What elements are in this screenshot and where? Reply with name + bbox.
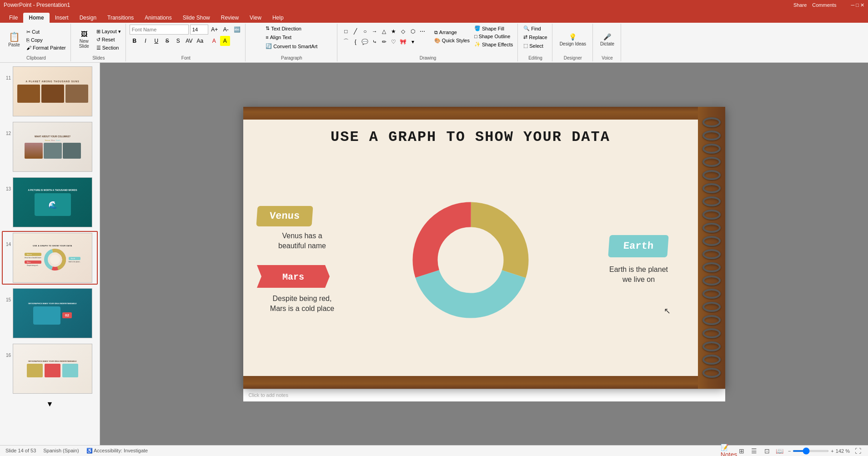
design-ideas-icon: 💡: [569, 33, 577, 40]
tab-design[interactable]: Design: [74, 13, 102, 23]
paste-button[interactable]: 📋 Paste: [5, 30, 24, 49]
new-slide-button[interactable]: 🖼 NewSlide: [75, 29, 94, 50]
strikethrough-button[interactable]: S: [162, 36, 172, 46]
arrange-icon: ⧉: [434, 30, 438, 35]
fit-slide-button[interactable]: ⛶: [853, 446, 863, 456]
venus-section: Venus Venus has abeautiful name: [257, 206, 348, 251]
shape-hexagon[interactable]: ⬡: [408, 26, 418, 36]
replace-button[interactable]: ⇄ Replace: [522, 33, 549, 41]
font-size-btn2[interactable]: Aa: [195, 36, 205, 46]
increase-font-button[interactable]: A+: [210, 25, 220, 35]
view-normal-button[interactable]: ⊞: [737, 446, 746, 456]
shadow-button[interactable]: S: [173, 36, 183, 46]
shape-triangle[interactable]: △: [379, 26, 389, 36]
shape-outline-button[interactable]: □ Shape Outline: [472, 33, 515, 40]
design-ideas-label: Design Ideas: [560, 41, 586, 46]
tab-help[interactable]: Help: [267, 13, 289, 23]
char-spacing-button[interactable]: AV: [184, 36, 194, 46]
select-button[interactable]: ⬚ Select: [522, 42, 545, 50]
slide-title[interactable]: USE A GRAPH TO SHOW YOUR DATA: [257, 129, 684, 145]
find-button[interactable]: 🔍 Find: [522, 25, 542, 32]
font-color-button[interactable]: A: [209, 36, 219, 46]
slide-num-12: 12: [4, 131, 11, 136]
slide-thumb-16[interactable]: 16 INFOGRAPHICS MAKE YOUR IDEA UNDERSTAN…: [2, 342, 98, 396]
shape-heart[interactable]: ♡: [389, 37, 399, 47]
italic-button[interactable]: I: [140, 36, 151, 46]
shape-star[interactable]: ★: [389, 26, 399, 36]
shape-rect[interactable]: □: [341, 26, 351, 36]
slide-thumb-11[interactable]: 11 A PLANET AMONG THOUSAND SUNS: [2, 65, 98, 118]
cut-button[interactable]: ✂ Cut: [25, 28, 68, 36]
shape-circle[interactable]: ○: [360, 26, 370, 36]
format-painter-button[interactable]: 🖌 Format Painter: [25, 44, 68, 51]
view-reading-button[interactable]: 📖: [775, 446, 784, 456]
section-icon: ☰: [96, 45, 101, 51]
scroll-down-button[interactable]: ▼: [45, 399, 55, 409]
zoom-minus[interactable]: −: [788, 448, 791, 454]
slide-thumb-13[interactable]: 13 A PICTURE IS WORTH A THOUSAND WORDS 🌊: [2, 175, 98, 229]
tab-slideshow[interactable]: Slide Show: [177, 13, 216, 23]
tab-transitions[interactable]: Transitions: [102, 13, 139, 23]
slide-thumb-14[interactable]: 14 USE A GRAPH TO SHOW YOUR DATA Venus V…: [2, 231, 98, 285]
tab-review[interactable]: Review: [216, 13, 244, 23]
font-size-input[interactable]: [190, 25, 208, 35]
notes-bar[interactable]: Click to add notes: [243, 389, 725, 401]
view-sorter-button[interactable]: ⊡: [763, 446, 772, 456]
convert-smartart-button[interactable]: 🔄 Convert to SmartArt: [264, 42, 319, 50]
arrange-button[interactable]: ⧉ Arrange: [432, 29, 472, 36]
spiral-loop: [702, 144, 721, 154]
tab-file[interactable]: File: [4, 13, 23, 23]
shape-callout[interactable]: 💬: [360, 37, 370, 47]
shape-line[interactable]: ╱: [351, 26, 361, 36]
reset-button[interactable]: ↺ Reset: [95, 36, 123, 44]
zoom-plus[interactable]: +: [831, 448, 833, 454]
donut-chart[interactable]: [405, 194, 537, 326]
quick-styles-button[interactable]: 🎨 Quick Styles: [432, 37, 472, 45]
copy-button[interactable]: ⎘ Copy: [25, 36, 68, 44]
align-text-button[interactable]: ≡ Align Text: [264, 34, 293, 41]
shape-bracket[interactable]: {: [351, 37, 361, 47]
shape-connector[interactable]: ⤷: [370, 37, 380, 47]
shape-curve[interactable]: ⌒: [341, 37, 351, 47]
shape-effects-button[interactable]: ✨ Shape Effects: [472, 40, 515, 48]
zoom-level[interactable]: 142 %: [836, 448, 850, 454]
shape-arrow[interactable]: →: [370, 26, 380, 36]
underline-button[interactable]: U: [151, 36, 161, 46]
dictate-button[interactable]: 🎤 Dictate: [597, 31, 618, 48]
text-direction-label: Text Direction: [271, 26, 301, 31]
highlight-color-button[interactable]: A: [220, 36, 230, 46]
slide-thumb-15[interactable]: 15 INFOGRAPHICS MAKE YOUR IDEA UNDERSTAN…: [2, 286, 98, 340]
tab-view[interactable]: View: [244, 13, 267, 23]
tab-insert[interactable]: Insert: [50, 13, 74, 23]
shape-more[interactable]: ⋯: [417, 26, 427, 36]
venus-label[interactable]: Venus: [269, 210, 300, 222]
copy-label: Copy: [31, 37, 43, 43]
design-ideas-button[interactable]: 💡 Design Ideas: [556, 31, 590, 48]
format-painter-label: Format Painter: [33, 45, 66, 50]
slide-canvas[interactable]: USE A GRAPH TO SHOW YOUR DATA Venus Venu…: [243, 107, 725, 389]
slide-thumb-12[interactable]: 12 WHAT ABOUT YOUR COLUMNS? Venus Mars E…: [2, 120, 98, 174]
shape-freeform[interactable]: ✏: [379, 37, 389, 47]
layout-button[interactable]: ⊞ Layout ▾: [95, 28, 123, 35]
view-notes-button[interactable]: 📝 Notes: [724, 446, 733, 456]
view-outline-button[interactable]: ☰: [750, 446, 759, 456]
section-button[interactable]: ☰ Section: [95, 44, 123, 52]
tab-home[interactable]: Home: [23, 13, 49, 23]
font-name-input[interactable]: [130, 25, 189, 35]
zoom-slider-input[interactable]: [793, 450, 829, 452]
shape-ribbon[interactable]: 🎀: [398, 37, 408, 47]
language-indicator[interactable]: Spanish (Spain): [43, 448, 79, 454]
share-button[interactable]: Share: [793, 2, 807, 8]
canvas-area: USE A GRAPH TO SHOW YOUR DATA Venus Venu…: [100, 63, 868, 445]
decrease-font-button[interactable]: A-: [221, 25, 231, 35]
tab-animations[interactable]: Animations: [139, 13, 177, 23]
comments-button[interactable]: Comments: [812, 2, 836, 8]
paste-label: Paste: [8, 42, 20, 47]
clear-format-button[interactable]: 🔤: [232, 25, 242, 35]
shape-diamond[interactable]: ◇: [398, 26, 408, 36]
text-direction-button[interactable]: ⇅ Text Direction: [264, 25, 303, 32]
shape-fill-button[interactable]: 🪣 Shape Fill: [472, 25, 515, 32]
shape-dropdown[interactable]: ▾: [408, 37, 418, 47]
earth-label[interactable]: Earth: [623, 241, 654, 252]
bold-button[interactable]: B: [130, 36, 140, 46]
